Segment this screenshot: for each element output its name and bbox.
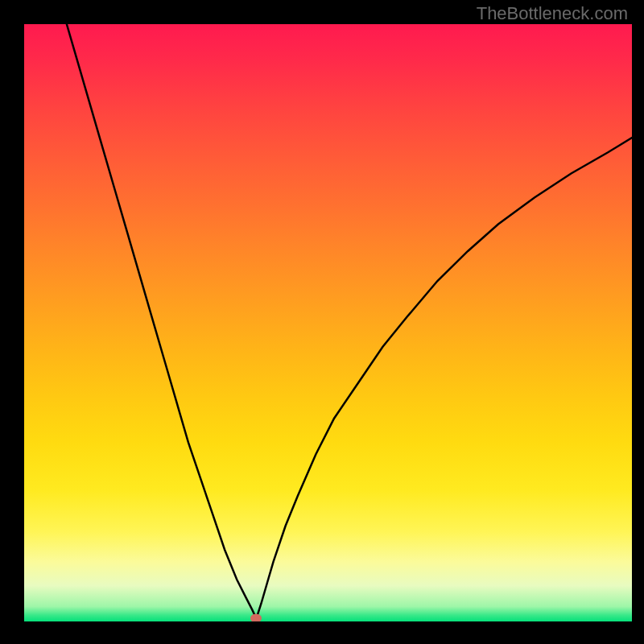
curve-right-branch <box>256 138 632 618</box>
curve-left-branch <box>67 24 257 618</box>
min-marker <box>250 614 262 621</box>
watermark-text: TheBottleneck.com <box>477 3 628 24</box>
plot-area <box>24 24 632 621</box>
curve-svg <box>24 24 632 621</box>
